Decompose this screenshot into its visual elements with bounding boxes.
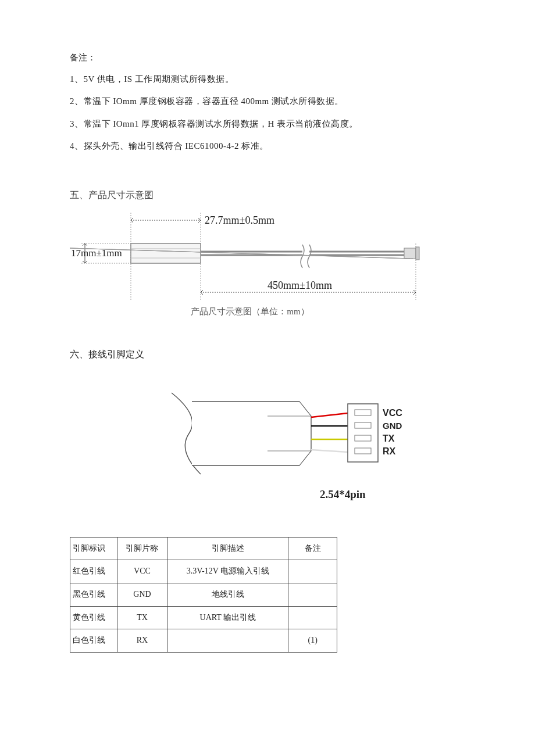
dimension-diagram: 27.7mm±0.5mm 17mm±1mm [70,210,430,300]
table-row: 黑色引线 GND 地线引线 [70,583,337,607]
note-item: 3、常温下 IOmn1 厚度钢板容器测试水所得数据，H 表示当前液位高度。 [70,116,465,132]
pin-label-tx: TX [383,433,395,443]
pin-label-vcc: VCC [383,408,402,418]
document-page: 备注： 1、5V 供电，IS 工作周期测试所得数据。 2、常温下 IOmm 厚度… [0,0,535,687]
wire-red [311,413,348,417]
dimension-caption: 产品尺寸示意图（单位：mm） [70,303,430,320]
table-row: 白色引线 RX (1) [70,629,337,653]
connector-spec: 2.54*4pin [320,484,430,505]
note-item: 4、探头外壳、输出引线符合 IEC61000-4-2 标准。 [70,138,465,155]
th-pin-note: 备注 [288,537,337,560]
th-pin-id: 引脚标识 [70,537,117,560]
svg-rect-23 [355,410,371,415]
pin-label-gnd: GND [383,421,402,431]
pinout-diagram: VCC GND TX RX 2.54*4pin [169,390,430,505]
th-pin-desc: 引脚描述 [167,537,288,560]
note-item: 1、5V 供电，IS 工作周期测试所得数据。 [70,71,465,88]
section-5-title: 五、产品尺寸示意图 [70,187,465,204]
wire-white [311,450,348,452]
th-pin-name: 引脚片称 [117,537,167,560]
pin-label-rx: RX [383,446,396,456]
table-row: 红色引线 VCC 3.3V-12V 电源输入引线 [70,560,337,583]
dim-bottom-label: 450mm±10mm [268,280,332,291]
note-item: 2、常温下 IOmm 厚度钢板容器，容器直径 400mm 测试水所得数据。 [70,93,465,110]
dim-top-label: 27.7mm±0.5mm [205,214,274,226]
notes-heading: 备注： [70,49,465,66]
section-6-title: 六、接线引脚定义 [70,346,465,363]
svg-rect-26 [355,448,371,454]
svg-rect-25 [355,435,371,441]
svg-rect-24 [355,422,371,428]
table-header-row: 引脚标识 引脚片称 引脚描述 备注 [70,537,337,560]
svg-rect-7 [131,243,201,263]
svg-rect-15 [416,247,419,260]
table-row: 黄色引线 TX UART 输出引线 [70,606,337,629]
svg-rect-14 [404,248,416,259]
pin-table: 引脚标识 引脚片称 引脚描述 备注 红色引线 VCC 3.3V-12V 电源输入… [70,537,337,653]
